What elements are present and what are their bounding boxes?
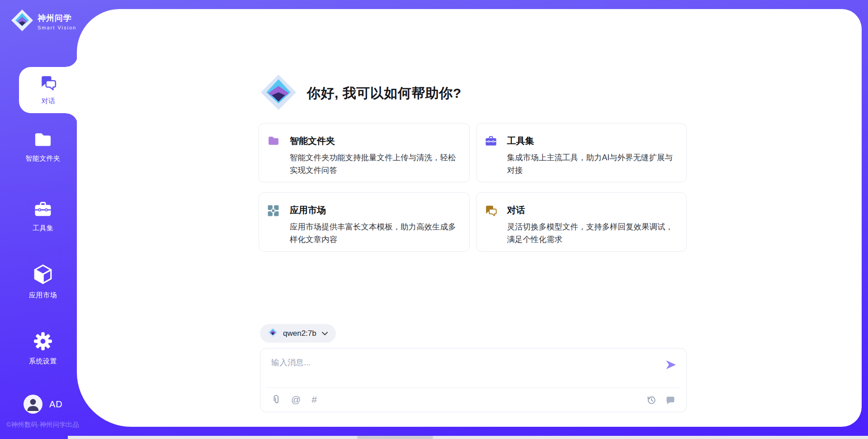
card-smart-folder[interactable]: 智能文件夹 智能文件夹功能支持批量文件上传与清洗，轻松实现文件问答 [259, 123, 470, 182]
card-title: 工具集 [507, 135, 676, 147]
card-title: 智能文件夹 [290, 135, 458, 147]
sidebar-item-settings[interactable]: 系统设置 [14, 332, 72, 366]
chat-bubble-icon [665, 396, 675, 405]
chat-bubbles-icon [40, 75, 57, 93]
history-icon [646, 395, 656, 405]
history-button[interactable] [646, 395, 656, 405]
bottom-scrollbar-thumb[interactable] [357, 436, 433, 439]
model-logo-icon [268, 327, 278, 339]
greeting-logo-icon [260, 74, 297, 113]
feature-cards: 智能文件夹 智能文件夹功能支持批量文件上传与清洗，轻松实现文件问答 工具集 集成… [259, 123, 687, 252]
composer-divider [267, 387, 680, 388]
message-input[interactable] [271, 356, 651, 369]
card-title: 对话 [507, 204, 676, 216]
card-icon-0 [267, 135, 280, 182]
sidebar-item-label: 应用市场 [29, 291, 57, 300]
send-button[interactable] [665, 358, 677, 371]
paperclip-icon [271, 394, 280, 405]
user-account[interactable]: AD [24, 395, 63, 414]
gear-icon [33, 332, 52, 353]
toolbox-icon [33, 200, 52, 220]
cube-icon [33, 264, 52, 286]
model-name: qwen2:7b [283, 329, 316, 338]
attach-button[interactable] [271, 394, 280, 405]
greeting-title: 你好, 我可以如何帮助你? [307, 84, 462, 103]
card-icon-3 [485, 205, 497, 251]
send-icon [665, 358, 677, 371]
user-person-icon [24, 395, 42, 414]
model-selector[interactable]: qwen2:7b [260, 324, 336, 343]
avatar [24, 395, 42, 414]
greeting: 你好, 我可以如何帮助你? [260, 74, 462, 113]
brand-subtitle: Smart Vision [38, 25, 76, 30]
card-app-market[interactable]: 应用市场 应用市场提供丰富长文本模板，助力高效生成多样化文章内容 [259, 192, 470, 252]
hash-icon: # [311, 394, 317, 405]
sidebar-item-smart-folder[interactable]: 智能文件夹 [14, 131, 72, 163]
chevron-down-icon [321, 329, 328, 338]
card-description: 智能文件夹功能支持批量文件上传与清洗，轻松实现文件问答 [290, 151, 458, 177]
mention-button[interactable]: @ [291, 394, 301, 405]
app-window: 神州问学 Smart Vision 对话 智能文件夹 [0, 0, 868, 439]
card-description: 灵活切换多模型文件，支持多样回复效果调试，满足个性化需求 [507, 220, 676, 246]
card-icon-1 [485, 135, 497, 182]
bottom-scrollbar-track[interactable] [68, 436, 868, 439]
at-icon: @ [291, 394, 301, 405]
sidebar-item-label: 系统设置 [29, 357, 57, 366]
card-toolset[interactable]: 工具集 集成市场上主流工具，助力AI与外界无缝扩展与对接 [476, 123, 687, 182]
brand-logo-icon [11, 9, 33, 33]
sidebar-item-label: 智能文件夹 [25, 154, 61, 163]
user-name: AD [49, 399, 63, 410]
sidebar-footer-credit: ©神州数码·神州问学出品 [6, 420, 79, 429]
card-title: 应用市场 [290, 204, 458, 216]
sidebar-item-label: 工具集 [33, 224, 54, 233]
brand: 神州问学 Smart Vision [11, 9, 76, 33]
sidebar-item-toolset[interactable]: 工具集 [14, 200, 72, 233]
sidebar: 神州问学 Smart Vision 对话 智能文件夹 [0, 0, 77, 439]
card-description: 集成市场上主流工具，助力AI与外界无缝扩展与对接 [507, 151, 676, 177]
sidebar-item-label: 对话 [42, 97, 56, 105]
sidebar-item-app-market[interactable]: 应用市场 [14, 264, 72, 300]
hashtag-button[interactable]: # [311, 394, 317, 405]
sidebar-item-chat[interactable]: 对话 [19, 67, 78, 113]
folder-icon [33, 131, 53, 150]
quick-phrase-button[interactable] [665, 396, 675, 405]
brand-name: 神州问学 [38, 13, 76, 24]
card-icon-2 [267, 205, 280, 251]
card-description: 应用市场提供丰富长文本模板，助力高效生成多样化文章内容 [290, 220, 458, 246]
composer: @ # [260, 348, 687, 412]
card-chat[interactable]: 对话 灵活切换多模型文件，支持多样回复效果调试，满足个性化需求 [476, 192, 687, 252]
